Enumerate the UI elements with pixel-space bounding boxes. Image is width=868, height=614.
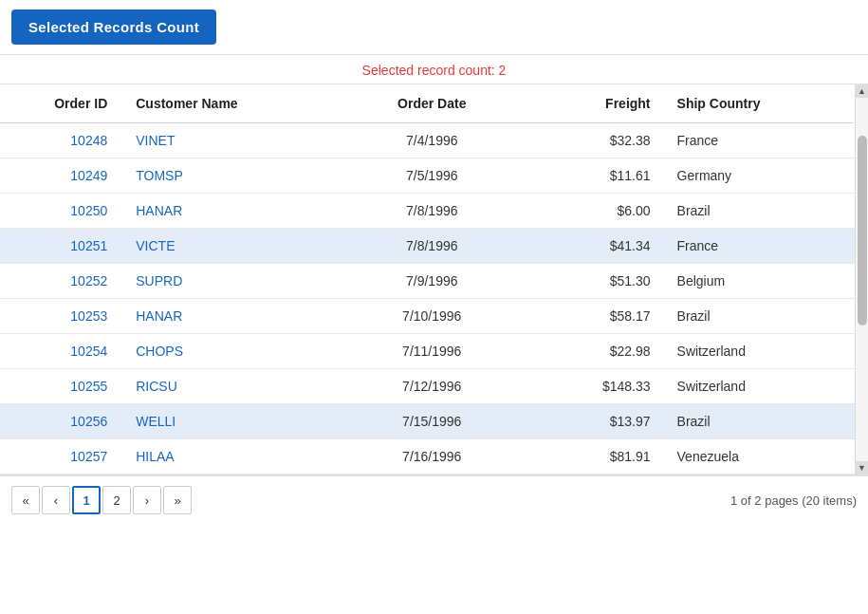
cell-orderid: 10252 (0, 264, 126, 299)
cell-orderdate: 7/10/1996 (337, 299, 526, 334)
cell-orderdate: 7/9/1996 (337, 264, 526, 299)
scroll-thumb[interactable] (858, 136, 867, 326)
cell-orderid: 10253 (0, 299, 126, 334)
cell-country: Brazil (664, 299, 854, 334)
col-header-orderdate: Order Date (337, 84, 526, 123)
cell-freight: $6.00 (526, 194, 663, 229)
cell-customer: CHOPS (126, 334, 337, 369)
table-row[interactable]: 10249TOMSP7/5/1996$11.61Germany (0, 158, 868, 194)
table-row[interactable]: 10256WELLI7/15/1996$13.97Brazil (0, 404, 868, 439)
cell-customer: HANAR (126, 299, 337, 334)
cell-country: Brazil (664, 404, 854, 439)
cell-customer: RICSU (126, 369, 337, 404)
table-scrollbar[interactable]: ▲ ▼ (855, 84, 868, 474)
cell-country: Venezuela (664, 439, 854, 474)
cell-orderid: 10256 (0, 404, 126, 439)
page-btn-next[interactable]: › (133, 486, 161, 514)
cell-orderid: 10255 (0, 369, 126, 404)
page-info-label: 1 of 2 pages (20 items) (730, 493, 857, 508)
cell-customer: VICTE (126, 229, 337, 264)
table-row[interactable]: 10250HANAR7/8/1996$6.00Brazil (0, 194, 868, 229)
cell-orderdate: 7/8/1996 (337, 229, 526, 264)
cell-customer: SUPRD (126, 264, 337, 299)
col-header-customer: Customer Name (126, 84, 337, 123)
cell-orderid: 10249 (0, 158, 126, 194)
col-header-freight: Freight (526, 84, 663, 123)
cell-customer: VINET (126, 123, 337, 158)
cell-freight: $22.98 (526, 334, 663, 369)
cell-orderid: 10257 (0, 439, 126, 474)
cell-orderdate: 7/8/1996 (337, 194, 526, 229)
cell-country: Switzerland (664, 369, 854, 404)
table-body: 10248VINET7/4/1996$32.38France10249TOMSP… (0, 123, 868, 474)
page-btn-prev[interactable]: ‹ (42, 486, 70, 514)
cell-orderid: 10251 (0, 229, 126, 264)
orders-table: Order ID Customer Name Order Date Freigh… (0, 84, 868, 474)
cell-orderdate: 7/5/1996 (337, 158, 526, 194)
cell-freight: $58.17 (526, 299, 663, 334)
scroll-down-arrow[interactable]: ▼ (856, 461, 869, 474)
cell-freight: $81.91 (526, 439, 663, 474)
table-row[interactable]: 10255RICSU7/12/1996$148.33Switzerland (0, 369, 868, 404)
table-row[interactable]: 10253HANAR7/10/1996$58.17Brazil (0, 299, 868, 334)
cell-country: Belgium (664, 264, 854, 299)
cell-orderdate: 7/11/1996 (337, 334, 526, 369)
cell-orderid: 10254 (0, 334, 126, 369)
cell-freight: $11.61 (526, 158, 663, 194)
cell-customer: WELLI (126, 404, 337, 439)
page-btn-last[interactable]: » (163, 486, 192, 514)
cell-orderdate: 7/16/1996 (337, 439, 526, 474)
cell-freight: $13.97 (526, 404, 663, 439)
cell-freight: $51.30 (526, 264, 663, 299)
cell-orderdate: 7/4/1996 (337, 123, 526, 158)
pagination-controls: «‹12›» (11, 486, 192, 514)
cell-orderdate: 7/15/1996 (337, 404, 526, 439)
table-row[interactable]: 10252SUPRD7/9/1996$51.30Belgium (0, 264, 868, 299)
top-bar: Selected Records Count (0, 0, 868, 55)
status-bar: Selected record count: 2 (0, 55, 868, 84)
table-row[interactable]: 10254CHOPS7/11/1996$22.98Switzerland (0, 334, 868, 369)
cell-freight: $41.34 (526, 229, 663, 264)
col-header-country: Ship Country (664, 84, 854, 123)
pagination-bar: «‹12›» 1 of 2 pages (20 items) (0, 475, 868, 524)
cell-country: Brazil (664, 194, 854, 229)
page-btn-page1[interactable]: 1 (72, 486, 101, 514)
page-btn-page2[interactable]: 2 (102, 486, 131, 514)
cell-customer: HANAR (126, 194, 337, 229)
cell-orderid: 10250 (0, 194, 126, 229)
table-row[interactable]: 10251VICTE7/8/1996$41.34France (0, 229, 868, 264)
cell-country: France (664, 229, 854, 264)
col-header-orderid: Order ID (0, 84, 126, 123)
cell-customer: HILAA (126, 439, 337, 474)
cell-orderdate: 7/12/1996 (337, 369, 526, 404)
cell-customer: TOMSP (126, 158, 337, 194)
page-btn-first[interactable]: « (11, 486, 40, 514)
cell-country: Germany (664, 158, 854, 194)
data-table-wrapper: Order ID Customer Name Order Date Freigh… (0, 84, 868, 475)
table-row[interactable]: 10257HILAA7/16/1996$81.91Venezuela (0, 439, 868, 474)
table-header-row: Order ID Customer Name Order Date Freigh… (0, 84, 868, 123)
cell-country: Switzerland (664, 334, 854, 369)
cell-freight: $32.38 (526, 123, 663, 158)
cell-country: France (664, 123, 854, 158)
selected-record-count-label: Selected record count: 2 (362, 63, 507, 78)
cell-freight: $148.33 (526, 369, 663, 404)
selected-records-count-button[interactable]: Selected Records Count (11, 9, 216, 45)
table-row[interactable]: 10248VINET7/4/1996$32.38France (0, 123, 868, 158)
cell-orderid: 10248 (0, 123, 126, 158)
scroll-up-arrow[interactable]: ▲ (856, 84, 869, 98)
